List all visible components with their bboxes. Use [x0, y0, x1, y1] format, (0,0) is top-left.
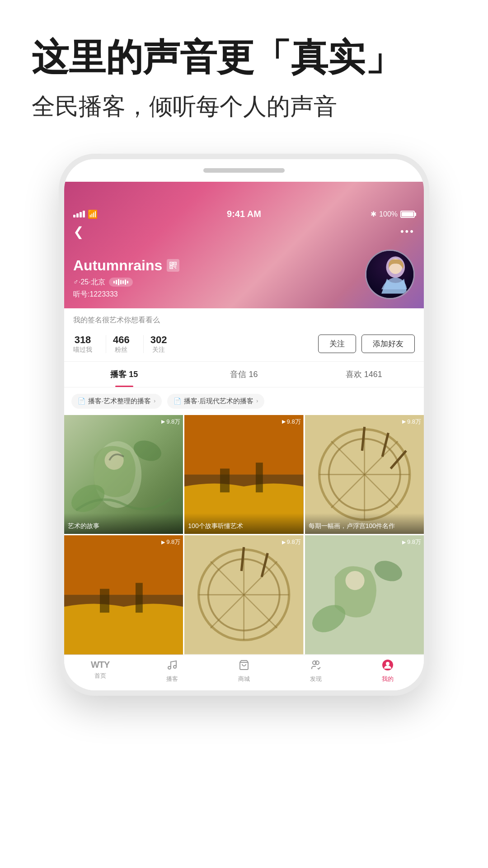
svg-point-14 — [105, 451, 124, 470]
collection-tags: 📄 播客·艺术整理的播客 › 📄 播客·后现代艺术的播客 › — [64, 387, 424, 415]
collection-tag-arrow-1: › — [154, 398, 155, 404]
nav-home-icon: WTY — [91, 660, 109, 670]
tabs-row: 播客 15 音信 16 喜欢 1461 — [64, 362, 424, 387]
gender-age-city: ♂·25·北京 — [73, 278, 105, 287]
header-nav: ❮ ••• — [64, 224, 424, 239]
follow-button[interactable]: 关注 — [318, 335, 356, 353]
page-wrapper: 这里的声音更「真实」 全民播客，倾听每个人的声音 📶 — [0, 0, 488, 868]
signal-bars — [73, 211, 85, 217]
signal-bar-3 — [80, 212, 82, 217]
subheadline: 全民播客，倾听每个人的声音 — [32, 91, 456, 122]
nav-home[interactable]: WTY 首页 — [64, 660, 136, 683]
nav-discover-label: 发现 — [310, 675, 322, 683]
collection-tag-arrow-2: › — [256, 398, 258, 404]
svg-rect-9 — [175, 268, 176, 269]
play-icon-3: ▶ — [402, 419, 406, 425]
battery-fill — [402, 212, 413, 217]
play-count-4: ▶ 9.8万 — [161, 538, 180, 546]
play-icon-6: ▶ — [402, 539, 406, 545]
phone-notch-area — [64, 159, 424, 182]
stat-fans-num: 466 — [113, 334, 130, 346]
stat-fans-label: 粉丝 — [115, 346, 127, 354]
grid-item-4[interactable]: ▶ 9.8万 — [64, 535, 183, 654]
nav-discover[interactable]: 发现 — [280, 660, 352, 683]
svg-point-56 — [386, 662, 389, 665]
svg-rect-21 — [256, 462, 263, 492]
nav-shop-icon — [239, 660, 249, 673]
add-friend-button[interactable]: 添加好友 — [361, 335, 415, 353]
tab-yinxin[interactable]: 音信 16 — [184, 362, 304, 387]
qr-code-icon[interactable] — [167, 259, 179, 272]
play-icon-1: ▶ — [161, 419, 165, 425]
status-time: 9:41 AM — [227, 209, 261, 219]
user-meta: ♂·25·北京 — [73, 278, 179, 287]
action-buttons: 关注 添加好友 — [318, 335, 415, 353]
count-3: 9.8万 — [407, 418, 421, 426]
nav-shop[interactable]: 商城 — [208, 660, 280, 683]
svg-point-47 — [345, 571, 364, 590]
audio-wave[interactable] — [109, 278, 133, 287]
count-2: 9.8万 — [287, 418, 301, 426]
profile-header: 📶 9:41 AM ✱ 100% ❮ ••• Autumnr — [64, 182, 424, 308]
count-6: 9.8万 — [407, 538, 421, 546]
nav-me[interactable]: 我的 — [352, 660, 424, 683]
profile-body: 我的签名很艺术你想看看么 318 喵过我 466 粉丝 302 关注 — [64, 308, 424, 690]
status-left: 📶 — [73, 209, 98, 219]
headline: 这里的声音更「真实」 — [32, 36, 456, 79]
more-button[interactable]: ••• — [400, 226, 415, 237]
wave-bar-7 — [127, 281, 128, 283]
svg-point-50 — [168, 666, 171, 669]
status-bar: 📶 9:41 AM ✱ 100% — [64, 204, 424, 224]
svg-rect-36 — [136, 583, 143, 613]
collection-tag-icon-2: 📄 — [174, 397, 181, 405]
signal-bar-2 — [76, 213, 79, 217]
collection-tag-2[interactable]: 📄 播客·后现代艺术的播客 › — [167, 394, 264, 409]
play-count-6: ▶ 9.8万 — [402, 538, 421, 546]
count-1: 9.8万 — [166, 418, 180, 426]
grid-item-3[interactable]: ▶ 9.8万 每期一幅画，卢浮宫100件名作 — [305, 415, 424, 534]
svg-rect-5 — [171, 267, 172, 268]
stat-miao-label: 喵过我 — [73, 346, 92, 354]
collection-tag-1[interactable]: 📄 播客·艺术整理的播客 › — [71, 394, 162, 409]
nav-shop-label: 商城 — [238, 675, 250, 683]
wave-bar-6 — [125, 279, 126, 285]
collection-tag-label-2: 播客·后现代艺术的播客 — [184, 397, 253, 406]
stats-row: 318 喵过我 466 粉丝 302 关注 关注 添加好友 — [64, 330, 424, 362]
stat-fans: 466 粉丝 — [113, 334, 130, 354]
grid-item-5[interactable]: ▶ 9.8万 — [184, 535, 303, 654]
play-icon-5: ▶ — [282, 539, 286, 545]
tab-podcast[interactable]: 播客 15 — [64, 362, 184, 387]
back-button[interactable]: ❮ — [73, 224, 84, 239]
grid-item-1[interactable]: ▶ 9.8万 艺术的故事 — [64, 415, 183, 534]
svg-rect-6 — [174, 266, 174, 267]
status-right: ✱ 100% — [371, 210, 415, 218]
signature: 我的签名很艺术你想看看么 — [64, 308, 424, 330]
tab-like[interactable]: 喜欢 1461 — [304, 362, 424, 387]
svg-rect-35 — [100, 589, 109, 613]
svg-rect-3 — [174, 263, 175, 264]
play-count-1: ▶ 9.8万 — [161, 418, 180, 426]
svg-rect-20 — [220, 468, 230, 492]
wave-bar-4 — [120, 280, 122, 284]
grid-title-1: 艺术的故事 — [64, 513, 183, 534]
nav-discover-icon — [310, 660, 321, 673]
svg-rect-7 — [175, 266, 176, 267]
nav-podcast[interactable]: 播客 — [136, 660, 208, 683]
grid-title-3: 每期一幅画，卢浮宫100件名作 — [305, 513, 424, 534]
nav-me-icon — [382, 660, 393, 673]
signal-bar-4 — [83, 211, 85, 217]
stat-follow-num: 302 — [150, 334, 167, 346]
avatar — [365, 250, 415, 299]
stat-miao-num: 318 — [75, 334, 91, 346]
nav-podcast-label: 播客 — [166, 675, 178, 683]
phone-mockup: 📶 9:41 AM ✱ 100% ❮ ••• Autumnr — [59, 154, 429, 696]
avatar-placeholder — [366, 251, 413, 298]
signal-bar-1 — [73, 215, 75, 217]
nav-me-label: 我的 — [382, 675, 394, 683]
bluetooth-icon: ✱ — [371, 210, 376, 218]
play-count-5: ▶ 9.8万 — [282, 538, 301, 546]
wave-bar-2 — [116, 280, 117, 284]
grid-item-6[interactable]: ▶ 9.8万 — [305, 535, 424, 654]
grid-item-2[interactable]: ▶ 9.8万 100个故事听懂艺术 — [184, 415, 303, 534]
collection-tag-icon-1: 📄 — [78, 397, 85, 405]
